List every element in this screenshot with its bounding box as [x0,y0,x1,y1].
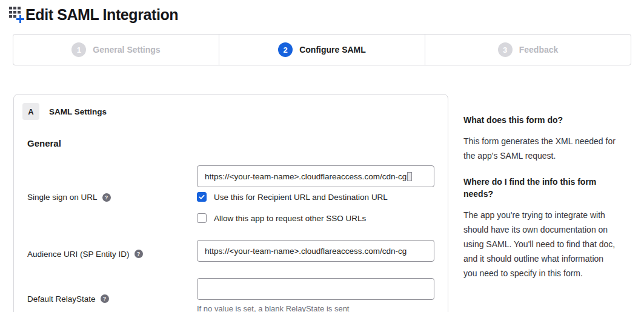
help-icon[interactable]: ? [102,193,111,202]
plus-icon [16,15,24,23]
add-application-grid-icon [9,7,24,23]
other-sso-checkbox-row: Allow this app to request other SSO URLs [197,213,434,223]
page-header: Edit SAML Integration [0,0,644,24]
saml-settings-card: A SAML Settings General Single sign on U… [13,94,448,312]
section-header: A SAML Settings [14,95,448,120]
help-icon[interactable]: ? [134,250,143,258]
main-content: A SAML Settings General Single sign on U… [0,94,644,312]
help-question-1: What does this form do? [463,114,617,126]
input-text: https://<your-team-name>.cloudflareacces… [205,247,407,256]
step-tab-configure-saml[interactable]: 2 Configure SAML [219,35,425,65]
audience-uri-row: Audience URI (SP Entity ID) ? https://<y… [27,240,448,262]
step-label: General Settings [93,45,160,55]
step-number-badge: 3 [498,42,513,57]
default-relaystate-label: Default RelayState ? [27,278,197,312]
default-relaystate-row: Default RelayState ? If no value is set,… [27,278,448,312]
text-cursor [407,172,412,181]
step-tab-feedback[interactable]: 3 Feedback [425,35,631,65]
step-label: Configure SAML [299,45,366,55]
checkmark-icon [198,193,205,201]
section-a-badge: A [22,103,39,120]
page-title: Edit SAML Integration [25,6,178,24]
help-icon[interactable]: ? [101,294,109,303]
recipient-url-checkbox-row: Use this for Recipient URL and Destinati… [197,192,434,202]
help-answer-2: The app you're trying to integrate with … [463,208,617,280]
single-sign-on-url-label: Single sign on URL ? [27,165,197,223]
help-question-2: Where do I find the info this form needs… [463,176,617,200]
audience-uri-label: Audience URI (SP Entity ID) ? [27,240,197,262]
step-number-badge: 2 [278,42,293,57]
step-number-badge: 1 [71,42,86,57]
help-answer-1: This form generates the XML needed for t… [463,134,617,163]
general-group-heading: General [27,138,448,148]
relaystate-helper-text: If no value is set, a blank RelayState i… [197,304,434,312]
default-relaystate-input[interactable] [197,278,434,300]
other-sso-checkbox[interactable] [197,213,207,223]
recipient-url-checkbox[interactable] [197,192,207,202]
step-tab-general-settings[interactable]: 1 General Settings [13,35,219,65]
wizard-step-bar: 1 General Settings 2 Configure SAML 3 Fe… [13,34,631,65]
contextual-help-panel: What does this form do? This form genera… [463,114,617,293]
single-sign-on-url-row: Single sign on URL ? https://<your-team-… [27,165,448,223]
audience-uri-input[interactable]: https://<your-team-name>.cloudflareacces… [197,240,434,262]
recipient-url-checkbox-label: Use this for Recipient URL and Destinati… [214,193,388,202]
single-sign-on-url-input[interactable]: https://<your-team-name>.cloudflareacces… [197,165,434,187]
section-title: SAML Settings [49,107,107,116]
other-sso-checkbox-label: Allow this app to request other SSO URLs [214,214,366,223]
step-label: Feedback [519,45,559,55]
input-text: https://<your-team-name>.cloudflareacces… [205,172,407,181]
